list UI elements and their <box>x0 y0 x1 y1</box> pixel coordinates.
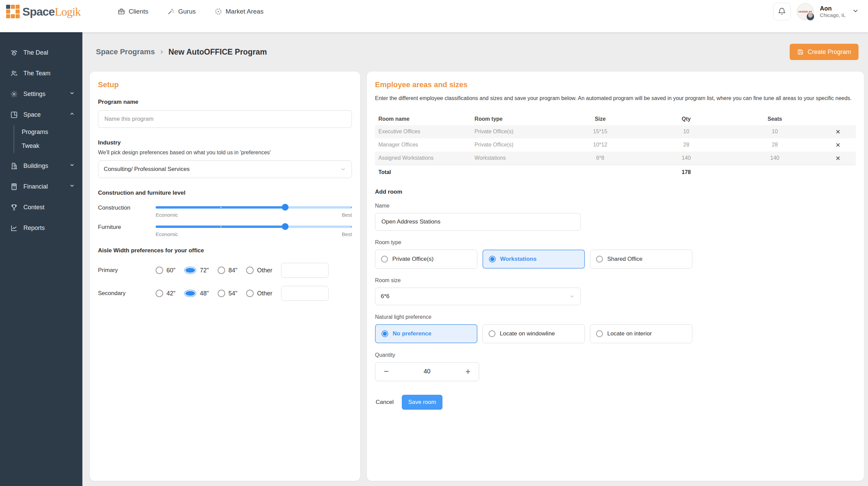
radio-secondary-54[interactable]: 54" <box>218 290 237 297</box>
table-row: Assigned Workstations Workstations 6*8 1… <box>375 152 856 165</box>
avatar-photo <box>806 13 814 21</box>
room-type-shared-office[interactable]: Shared Office <box>590 250 692 269</box>
sidebar-item-label: Buildings <box>23 162 48 170</box>
radio-secondary-48[interactable]: 48" <box>184 290 209 297</box>
delete-row-button[interactable] <box>834 141 842 149</box>
sidebar-item-programs[interactable]: Programs <box>14 125 82 139</box>
aisle-secondary-label: Secondary <box>98 290 156 297</box>
breadcrumb-parent-link[interactable]: Space Programs <box>96 47 155 56</box>
space-layout-icon <box>10 111 18 119</box>
notifications-button[interactable] <box>773 3 791 20</box>
radio-primary-60[interactable]: 60" <box>156 267 175 274</box>
industry-selected-value: Consulting/ Professional Services <box>104 166 190 173</box>
sidebar-item-reports[interactable]: Reports <box>0 221 82 235</box>
user-menu-chevron[interactable] <box>852 7 859 16</box>
create-program-button[interactable]: Create Program <box>790 44 859 60</box>
sidebar-item-label: Space <box>23 111 41 118</box>
nav-item-gurus[interactable]: Gurus <box>167 8 196 15</box>
sidebar-item-buildings[interactable]: Buildings <box>0 159 82 173</box>
light-interior[interactable]: Locate on interior <box>590 324 692 343</box>
sidebar-item-settings[interactable]: Settings <box>0 87 82 101</box>
cell-qty: 10 <box>643 125 729 138</box>
user-menu[interactable]: Aon Chicago, IL <box>820 5 846 18</box>
total-qty: 178 <box>643 165 729 178</box>
cell-room-type: Private Office(s) <box>471 125 557 138</box>
sidebar: The Deal The Team Settings Space Program… <box>0 32 82 486</box>
card-label: Shared Office <box>607 256 643 263</box>
radio-icon <box>156 290 163 297</box>
room-size-select[interactable]: 6*6 <box>375 288 581 305</box>
nav-label: Market Areas <box>225 8 263 15</box>
room-name-input[interactable] <box>375 213 581 231</box>
furniture-slider-handle[interactable] <box>282 223 289 230</box>
sidebar-item-the-deal[interactable]: The Deal <box>0 46 82 59</box>
delete-row-button[interactable] <box>834 128 842 135</box>
radio-secondary-42[interactable]: 42" <box>156 290 175 297</box>
room-type-private-office[interactable]: Private Office(s) <box>375 250 477 269</box>
close-icon <box>836 156 840 160</box>
room-type-workstations[interactable]: Workstations <box>482 250 585 269</box>
radio-selected-icon <box>184 290 196 297</box>
sidebar-item-tweak[interactable]: Tweak <box>14 139 82 153</box>
radio-icon <box>156 267 163 274</box>
light-no-preference[interactable]: No preference <box>375 324 477 343</box>
app-logo[interactable]: SpaceLogik <box>6 5 80 18</box>
col-qty: Qty <box>643 113 729 125</box>
program-name-input[interactable] <box>98 110 352 128</box>
nav-item-market-areas[interactable]: Market Areas <box>215 8 263 15</box>
avatar[interactable]: VANDELAY <box>797 3 814 20</box>
primary-other-input[interactable] <box>281 263 329 278</box>
radio-secondary-other[interactable]: Other <box>246 290 272 297</box>
radio-label: 42" <box>166 290 175 297</box>
cell-seats: 10 <box>729 125 821 138</box>
chevron-down-icon <box>569 293 575 299</box>
col-room-type: Room type <box>471 113 557 125</box>
chevron-down-icon <box>69 183 75 190</box>
close-icon <box>836 143 840 147</box>
top-nav: Clients Gurus Market Areas <box>118 8 263 15</box>
top-header: SpaceLogik Clients Gurus Market Areas <box>0 0 868 32</box>
secondary-other-input[interactable] <box>281 286 329 301</box>
bell-icon <box>777 7 786 16</box>
radio-primary-84[interactable]: 84" <box>218 267 237 274</box>
trophy-icon <box>10 203 18 211</box>
line-chart-icon <box>10 224 18 232</box>
calculator-icon <box>10 183 18 191</box>
sidebar-item-space[interactable]: Space <box>0 108 82 121</box>
cancel-button[interactable]: Cancel <box>375 397 394 408</box>
building-icon <box>10 162 18 170</box>
industry-select[interactable]: Consulting/ Professional Services <box>98 160 352 178</box>
sidebar-item-contest[interactable]: Contest <box>0 200 82 214</box>
user-location: Chicago, IL <box>820 12 846 18</box>
furniture-slider[interactable] <box>156 223 352 230</box>
light-windowline[interactable]: Locate on windowline <box>482 324 585 343</box>
radio-label: Other <box>257 290 272 297</box>
sidebar-item-label: Contest <box>23 204 44 211</box>
radio-icon <box>489 330 495 337</box>
radio-selected-icon <box>489 256 496 263</box>
nav-item-clients[interactable]: Clients <box>118 8 148 15</box>
logo-wordmark: SpaceLogik <box>22 5 80 18</box>
furniture-label: Furniture <box>98 223 156 237</box>
construction-slider-handle[interactable] <box>282 204 289 211</box>
save-room-button[interactable]: Save room <box>402 395 442 410</box>
app-root: SpaceLogik Clients Gurus Market Areas <box>0 0 868 486</box>
target-area-icon <box>215 8 222 15</box>
radio-primary-other[interactable]: Other <box>246 267 272 274</box>
radio-primary-72[interactable]: 72" <box>184 267 209 274</box>
furniture-slider-row: Furniture Economic Best <box>98 223 352 237</box>
briefcase-icon <box>118 8 125 15</box>
user-company: Aon <box>820 5 846 12</box>
quantity-increment-button[interactable]: + <box>460 364 476 379</box>
delete-row-button[interactable] <box>834 155 842 162</box>
employee-areas-title: Employee areas and sizes <box>375 80 856 89</box>
slider-max-label: Best <box>342 231 352 237</box>
aisle-width-heading: Aisle Width preferences for your office <box>98 247 352 254</box>
quantity-stepper: − 40 + <box>375 362 479 381</box>
sidebar-item-financial[interactable]: Financial <box>0 180 82 193</box>
sidebar-item-the-team[interactable]: The Team <box>0 66 82 80</box>
header-right: VANDELAY Aon Chicago, IL <box>773 3 859 20</box>
cell-room-name: Executive Offices <box>375 125 471 138</box>
quantity-decrement-button[interactable]: − <box>378 364 394 379</box>
construction-slider[interactable] <box>156 204 352 211</box>
